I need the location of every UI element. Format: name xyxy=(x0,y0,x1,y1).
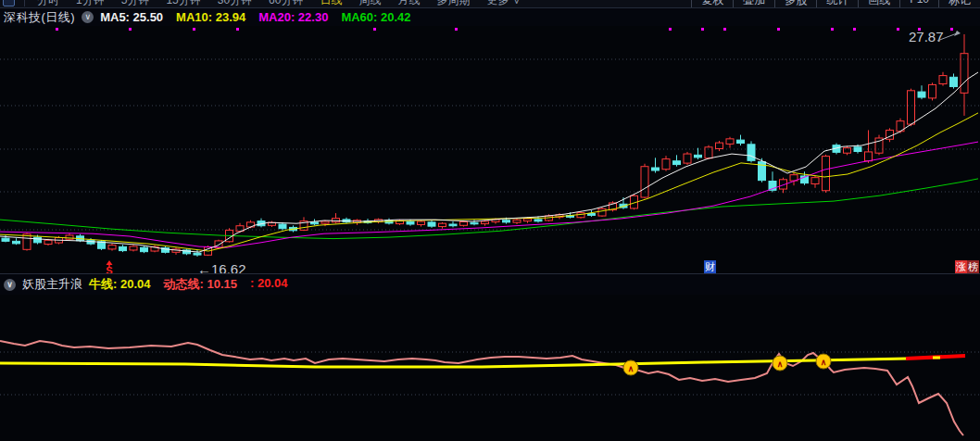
low-price-annotation: ←16.62 xyxy=(197,261,246,274)
candles xyxy=(2,34,968,257)
ma-value-1: MA10: 23.94 xyxy=(176,10,245,24)
toolbar-actions: 复权叠加多股统计画线F10标记 xyxy=(691,0,980,8)
toolbar-action-2[interactable]: 多股 xyxy=(774,0,816,8)
main-chart[interactable]: ←16.6227.87S 财 涨榜 xyxy=(0,26,980,274)
toolbar-action-1[interactable]: 叠加 xyxy=(733,0,774,8)
timeframe-item-8[interactable]: 月线 xyxy=(389,0,428,8)
magenta-dots xyxy=(56,28,953,31)
candlestick-chart-svg: ←16.6227.87S xyxy=(0,26,980,274)
toolbar-action-3[interactable]: 统计 xyxy=(816,0,858,8)
toolbar-action-4[interactable]: 画线 xyxy=(858,0,899,8)
ma-value-2: MA20: 22.30 xyxy=(258,10,328,24)
svg-text:∧: ∧ xyxy=(628,364,634,373)
timeframe-item-7[interactable]: 周线 xyxy=(350,0,389,8)
indicator-value-2: : 20.04 xyxy=(250,276,287,293)
indicator-panel-svg: ∧∧∧ xyxy=(0,295,980,441)
top-toolbar: 分时1分钟5分钟15分钟30分钟60分钟日线周线月线多周期更多 ∨ 复权叠加多股… xyxy=(0,0,980,8)
timeframe-item-4[interactable]: 30分钟 xyxy=(209,0,260,8)
indicator-values: 牛线: 20.04动态线: 10.15: 20.04 xyxy=(89,276,287,293)
ma5-line xyxy=(0,72,978,252)
title-row: 深科技(日线) ∨ MA5: 25.50MA10: 23.94MA20: 22.… xyxy=(0,8,980,26)
ma-value-0: MA5: 25.50 xyxy=(100,10,163,24)
indicator-value-0: 牛线: 20.04 xyxy=(89,276,150,293)
toolbar-action-5[interactable]: F10 xyxy=(899,0,938,8)
indicator-panel[interactable]: ∧∧∧ xyxy=(0,295,980,441)
indicator-chevron-down-icon[interactable]: ∨ xyxy=(4,279,16,291)
svg-text:∧: ∧ xyxy=(777,359,784,369)
gridlines xyxy=(0,59,980,230)
svg-text:∧: ∧ xyxy=(821,358,827,367)
toolbar-separator xyxy=(24,0,25,6)
ma-value-3: MA60: 20.42 xyxy=(341,10,410,24)
svg-text:S: S xyxy=(106,265,112,274)
window-grid-icon[interactable] xyxy=(3,0,15,6)
timeframe-item-1[interactable]: 1分钟 xyxy=(68,0,113,8)
toolbar-action-6[interactable]: 标记 xyxy=(938,0,980,8)
indicator-header: ∨ 妖股主升浪 牛线: 20.04动态线: 10.15: 20.04 xyxy=(0,274,980,295)
indicator-value-1: 动态线: 10.15 xyxy=(163,276,236,293)
timeframe-item-10[interactable]: 更多 ∨ xyxy=(478,0,529,8)
toolbar-action-0[interactable]: 复权 xyxy=(691,0,733,8)
timeframe-item-6[interactable]: 日线 xyxy=(311,0,350,8)
timeframe-item-3[interactable]: 15分钟 xyxy=(157,0,208,8)
timeframe-item-2[interactable]: 5分钟 xyxy=(113,0,158,8)
high-price-annotation: 27.87 xyxy=(909,29,944,44)
ma10-line xyxy=(0,113,978,251)
news-badge-cai[interactable]: 财 xyxy=(703,260,717,273)
ranking-badge-zhangbang[interactable]: 涨榜 xyxy=(954,260,980,273)
timeframe-item-5[interactable]: 60分钟 xyxy=(260,0,311,8)
ma-readouts: MA5: 25.50MA10: 23.94MA20: 22.30MA60: 20… xyxy=(100,10,410,24)
timeframe-tabs: 分时1分钟5分钟15分钟30分钟60分钟日线周线月线多周期更多 ∨ xyxy=(29,0,530,8)
timeframe-item-9[interactable]: 多周期 xyxy=(428,0,478,8)
indicator-name: 妖股主升浪 xyxy=(22,276,82,293)
signal-s-marker: S xyxy=(106,260,112,274)
timeframe-item-0[interactable]: 分时 xyxy=(29,0,68,8)
symbol-title: 深科技(日线) xyxy=(4,9,75,26)
chevron-down-icon[interactable]: ∨ xyxy=(82,11,94,23)
